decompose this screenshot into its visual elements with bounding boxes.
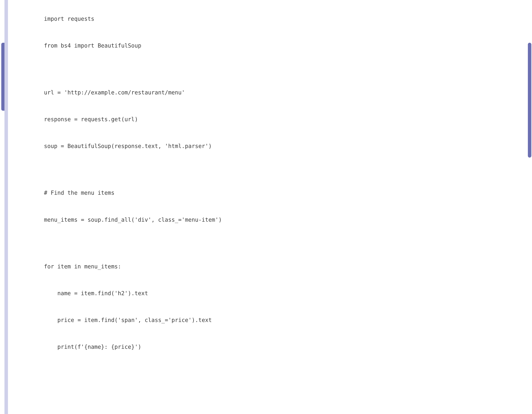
app-sidebar-gutter [0,0,4,414]
code-line: menu_items = soup.find_all('div', class_… [44,217,522,223]
quote-indent-bar [4,0,8,414]
code-line: soup = BeautifulSoup(response.text, 'htm… [44,143,522,150]
code-line: import requests [44,15,522,22]
code-line: for item in menu_items: [44,263,522,270]
scrollbar-track[interactable] [528,0,531,414]
code-line: from bs4 import BeautifulSoup [44,42,522,49]
code-content-area[interactable]: import requests from bs4 import Beautifu… [8,0,527,414]
code-line: # Find the menu items [44,189,522,196]
code-line: price = item.find('span', class_='price'… [44,317,522,324]
selection-indicator [1,43,4,111]
code-line: response = requests.get(url) [44,116,522,123]
code-block: import requests from bs4 import Beautifu… [8,0,527,368]
code-line: name = item.find('h2').text [44,290,522,297]
code-line: url = 'http://example.com/restaurant/men… [44,89,522,96]
code-line: print(f'{name}: {price}') [44,344,522,350]
scrollbar-thumb[interactable] [528,43,531,158]
scrollbar-gutter [527,0,532,414]
